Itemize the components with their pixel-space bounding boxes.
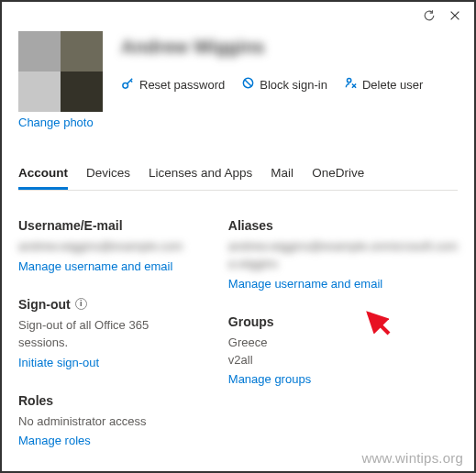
manage-aliases-link[interactable]: Manage username and email [228,277,458,291]
username-value: andrew.wiggins@example.com [18,238,201,256]
aliases-value-1: andrew.wiggins@example.onmicrosoft.com [228,238,458,256]
group-item-1: Greece [228,335,458,352]
tab-account[interactable]: Account [18,160,68,190]
watermark: www.wintips.org [361,450,463,466]
delete-user-icon [344,76,358,93]
avatar [18,31,103,112]
block-icon [241,76,255,93]
tab-devices[interactable]: Devices [86,160,130,190]
signout-body: Sign-out of all Office 365 sessions. [18,317,201,352]
roles-body: No administrator access [18,413,201,431]
delete-user-action[interactable]: Delete user [344,76,423,93]
block-signin-action[interactable]: Block sign-in [241,76,327,93]
manage-roles-link[interactable]: Manage roles [18,434,201,447]
aliases-value-2: a.wiggins [228,256,458,273]
reset-password-label: Reset password [139,78,225,92]
key-icon [121,76,135,93]
tabs: Account Devices Licenses and Apps Mail O… [18,160,458,191]
initiate-signout-link[interactable]: Initiate sign-out [18,356,201,369]
info-icon[interactable]: i [75,298,87,310]
signout-heading: Sign-out [18,297,71,312]
block-signin-label: Block sign-in [260,78,327,92]
svg-point-0 [123,83,128,89]
tab-onedrive[interactable]: OneDrive [312,160,364,190]
roles-heading: Roles [18,393,201,408]
manage-username-link[interactable]: Manage username and email [18,259,201,273]
username-heading: Username/E-mail [18,218,201,233]
group-item-2: v2all [228,352,458,369]
groups-heading: Groups [228,314,458,329]
change-photo-link[interactable]: Change photo [18,116,108,129]
refresh-icon[interactable] [423,9,436,25]
tab-licenses[interactable]: Licenses and Apps [149,160,252,190]
reset-password-action[interactable]: Reset password [121,76,225,93]
svg-point-2 [347,79,350,82]
user-display-name: Andrew Wiggins [121,37,458,58]
tab-mail[interactable]: Mail [271,160,293,190]
delete-user-label: Delete user [362,78,423,92]
aliases-heading: Aliases [228,218,458,233]
manage-groups-link[interactable]: Manage groups [228,372,458,386]
close-icon[interactable] [448,9,461,25]
